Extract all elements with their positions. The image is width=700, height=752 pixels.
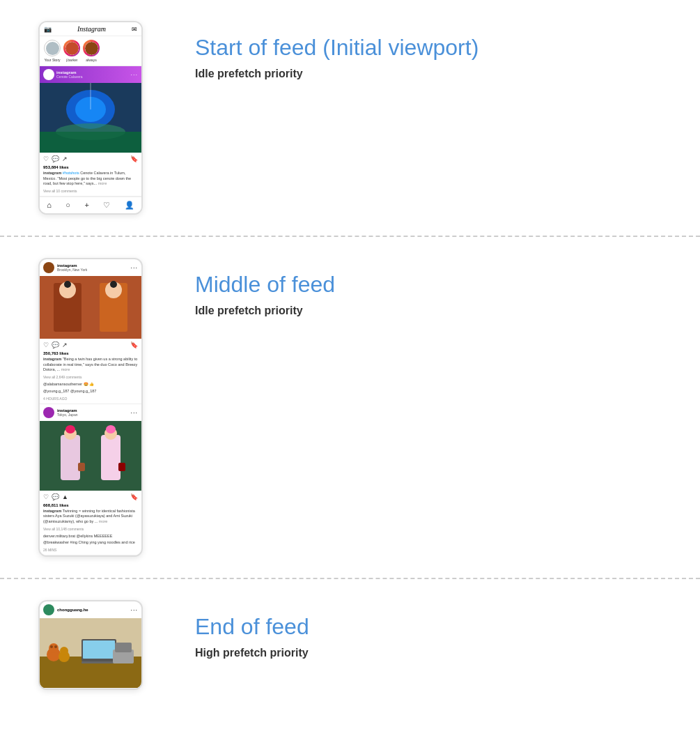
story-always[interactable]: always: [83, 40, 100, 62]
ig-post-1-avatar: [43, 69, 54, 80]
cenote-svg: [40, 83, 141, 153]
phone-col-2: instagram Brooklyn, New York ···: [0, 258, 153, 557]
svg-rect-26: [83, 640, 115, 659]
add-icon[interactable]: +: [84, 201, 88, 210]
ig-post-1-header: instagram Cenote Calavera ···: [40, 66, 141, 83]
ig-post-4-image: [40, 618, 141, 688]
ig-post-3-likes: 668,811 likes: [40, 503, 141, 509]
ig-post-2-actions: ♡ 💬 ↗ 🔖: [40, 339, 141, 351]
ig-post-1: instagram Cenote Calavera ···: [40, 66, 141, 197]
phone-mockup-2: instagram Brooklyn, New York ···: [38, 258, 143, 557]
home-icon[interactable]: ⌂: [47, 201, 52, 210]
section-start-subtitle: Idle prefetch priority: [195, 68, 700, 80]
ig-post-3-comment2: @breakwasher #ing Ching ying yang noodle…: [40, 540, 141, 548]
svg-rect-27: [81, 661, 116, 663]
search-nav-icon[interactable]: ○: [65, 201, 70, 210]
camera-icon: 📷: [44, 26, 52, 33]
fashion-svg: [40, 421, 141, 491]
ig-post-3-time: 26 MINS: [40, 548, 141, 555]
ig-logo: Instagram: [77, 25, 106, 33]
svg-point-29: [49, 643, 59, 653]
ig-post-3-comment1: denver.military.brat @ellykins MEEEEEE: [40, 534, 141, 541]
svg-point-33: [60, 647, 68, 655]
phone-mockup-1: 📷 Instagram ✉ Your Story: [38, 21, 143, 215]
ig-post-4-more[interactable]: ···: [130, 606, 138, 613]
svg-rect-22: [118, 463, 125, 471]
ig-post-4: chongguang.he ···: [40, 601, 141, 689]
ig-post-2-location: Brooklyn, New York: [57, 268, 127, 272]
like-icon-2[interactable]: ♡: [43, 342, 49, 348]
ig-topbar-1: 📷 Instagram ✉: [40, 22, 141, 36]
phone-mockup-3: chongguang.he ···: [38, 600, 143, 690]
svg-point-19: [65, 425, 75, 433]
ig-post-3-more[interactable]: ···: [130, 409, 138, 416]
ig-post-2-comment2: @young.g_187 @young.g_187: [40, 389, 141, 397]
bookmark-icon-3[interactable]: 🔖: [130, 493, 138, 500]
ig-post-3: instagram Tokyo, Japan ···: [40, 404, 141, 555]
story-jbarker[interactable]: j.barker: [63, 40, 80, 62]
send-icon: ✉: [132, 26, 137, 33]
like-icon-1[interactable]: ♡: [43, 155, 49, 162]
label-col-start: Start of feed (Initial viewport) Idle pr…: [153, 21, 700, 80]
svg-point-20: [106, 425, 116, 433]
ig-post-4-username: chongguang.he: [57, 608, 127, 612]
ig-post-1-image: [40, 83, 141, 153]
comment-icon-3[interactable]: 💬: [52, 493, 59, 500]
phone-col-3: chongguang.he ···: [0, 600, 153, 690]
ig-post-4-header: chongguang.he ···: [40, 601, 141, 618]
ig-bottom-nav-1: ⌂ ○ + ♡ 👤: [40, 197, 141, 213]
ig-post-2: instagram Brooklyn, New York ···: [40, 259, 141, 404]
svg-point-31: [54, 645, 57, 648]
ig-post-2-image: [40, 276, 141, 339]
svg-rect-21: [78, 463, 85, 471]
bookmark-icon-1[interactable]: 🔖: [130, 155, 138, 162]
svg-point-12: [110, 281, 117, 288]
section-end-title: End of feed: [195, 614, 700, 640]
label-col-middle: Middle of feed Idle prefetch priority: [153, 258, 700, 317]
twins-svg: [40, 276, 141, 339]
ig-stories-1: Your Story j.barker: [40, 36, 141, 66]
ig-post-3-view-comments[interactable]: View all 10,148 comments: [40, 527, 141, 534]
ig-post-2-likes: 350,763 likes: [40, 351, 141, 357]
story-own[interactable]: Your Story: [44, 40, 61, 62]
section-middle-subtitle: Idle prefetch priority: [195, 305, 700, 317]
svg-rect-16: [101, 435, 120, 480]
workspace-svg: [40, 618, 141, 688]
svg-point-30: [50, 645, 53, 648]
heart-nav-icon[interactable]: ♡: [103, 201, 110, 210]
svg-rect-15: [61, 435, 80, 480]
svg-point-11: [64, 281, 71, 288]
ig-post-3-actions: ♡ 💬 ▲ 🔖: [40, 491, 141, 503]
share-icon-1[interactable]: ↗: [62, 155, 68, 162]
ig-post-1-more[interactable]: ···: [130, 71, 138, 78]
ig-post-3-avatar: [43, 407, 54, 418]
ig-post-4-avatar: [43, 604, 54, 615]
ig-post-3-image: [40, 421, 141, 491]
page-container: 📷 Instagram ✉ Your Story: [0, 0, 700, 711]
ig-post-2-time: 4 HOURS AGO: [40, 397, 141, 404]
svg-point-4: [56, 123, 125, 140]
ig-post-2-header: instagram Brooklyn, New York ···: [40, 259, 141, 276]
share-icon-2[interactable]: ↗: [62, 342, 68, 348]
bookmark-icon-2[interactable]: 🔖: [130, 342, 138, 348]
ig-post-2-avatar: [43, 262, 54, 273]
ig-post-3-caption: instagram Twinning = winning for identic…: [40, 509, 141, 527]
share-icon-3[interactable]: ▲: [62, 493, 68, 500]
ig-post-3-header: instagram Tokyo, Japan ···: [40, 404, 141, 421]
ig-post-2-more[interactable]: ···: [130, 264, 138, 271]
svg-rect-35: [115, 643, 132, 652]
like-icon-3[interactable]: ♡: [43, 493, 49, 500]
section-end-subtitle: High prefetch priority: [195, 647, 700, 659]
svg-rect-3: [40, 132, 141, 153]
ig-post-2-comment1: @alabamansoutherner 🤩 👍: [40, 382, 141, 389]
section-start-title: Start of feed (Initial viewport): [195, 35, 700, 61]
profile-icon[interactable]: 👤: [125, 201, 134, 210]
section-middle: instagram Brooklyn, New York ···: [0, 237, 700, 578]
svg-rect-14: [40, 421, 141, 491]
phone-col-1: 📷 Instagram ✉ Your Story: [0, 21, 153, 215]
comment-icon-1[interactable]: 💬: [52, 155, 59, 162]
ig-post-1-view-comments[interactable]: View all 10 comments: [40, 189, 141, 196]
comment-icon-2[interactable]: 💬: [52, 342, 59, 348]
ig-post-2-caption: instagram "Being a twin has given us a s…: [40, 357, 141, 375]
ig-post-2-view-comments[interactable]: View all 2,649 comments: [40, 375, 141, 382]
